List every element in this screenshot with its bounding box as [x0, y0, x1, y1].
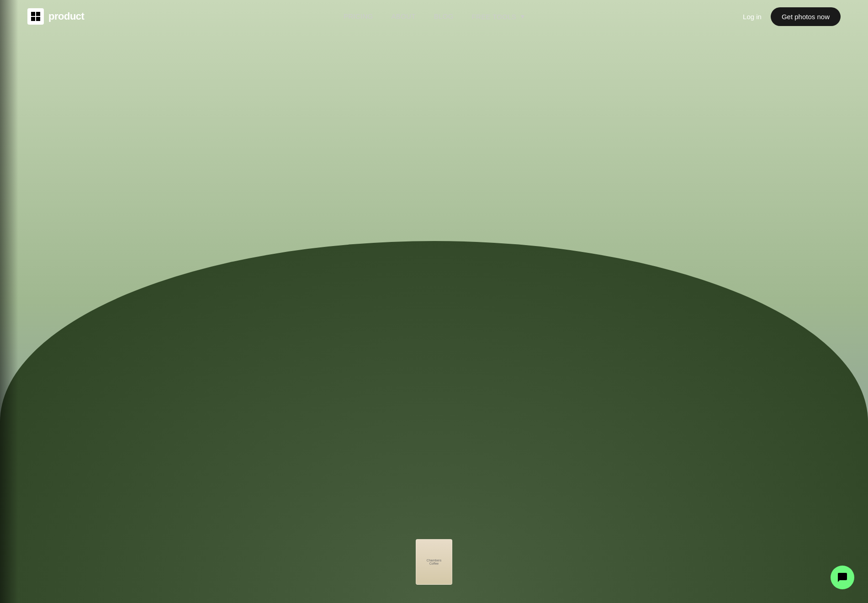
svg-rect-2 — [31, 17, 35, 21]
nav-item-about[interactable]: ABOUT — [392, 12, 416, 21]
gallery: ✦ DIVINE CLARITY — [0, 232, 868, 542]
nav-link-free-tools[interactable]: FREE TOOLS — [472, 13, 516, 21]
nav-item-free-tools[interactable]: FREE TOOLS ▾ — [472, 12, 524, 21]
logo[interactable]: product — [27, 8, 84, 25]
nav-link-pricing[interactable]: PRICING — [344, 12, 373, 20]
nav-actions: Log in Get photos now — [743, 7, 841, 26]
navbar: product PRICING ABOUT BLOG FREE TOOLS ▾ … — [0, 0, 868, 33]
chat-button[interactable] — [831, 566, 854, 589]
login-button[interactable]: Log in — [743, 13, 762, 21]
logo-text: product — [48, 10, 84, 22]
svg-rect-1 — [36, 12, 40, 16]
gallery-right-edge: ChambersCoffee — [781, 232, 868, 542]
nav-item-pricing[interactable]: PRICING — [344, 12, 373, 21]
get-photos-button[interactable]: Get photos now — [771, 7, 841, 26]
chat-icon — [837, 572, 848, 583]
nav-item-blog[interactable]: BLOG — [434, 12, 454, 21]
nav-link-blog[interactable]: BLOG — [434, 12, 454, 20]
svg-rect-0 — [31, 12, 35, 16]
svg-rect-3 — [36, 17, 40, 21]
logo-svg — [30, 11, 41, 22]
nav-links: PRICING ABOUT BLOG FREE TOOLS ▾ — [344, 12, 524, 21]
chevron-down-icon: ▾ — [521, 12, 524, 21]
nav-link-about[interactable]: ABOUT — [392, 12, 416, 20]
logo-icon — [27, 8, 44, 25]
